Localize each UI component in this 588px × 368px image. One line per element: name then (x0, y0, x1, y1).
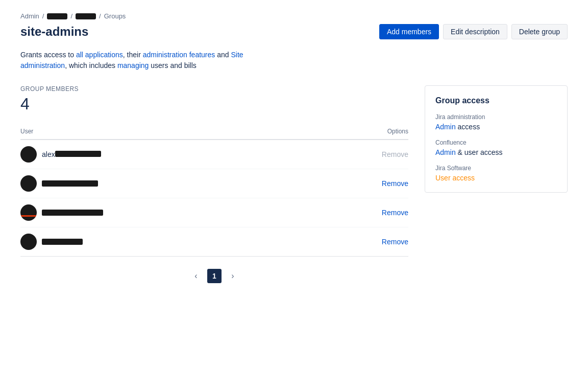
breadcrumb-blob-1 (47, 13, 67, 19)
member-count: 4 (20, 95, 408, 113)
user-name-2 (42, 180, 98, 187)
table-row: Remove (20, 198, 408, 227)
pagination-page-1-button[interactable]: 1 (207, 269, 222, 283)
page-container: Admin / / / Groups site-admins Add membe… (0, 0, 588, 295)
breadcrumb: Admin / / / Groups (20, 12, 568, 20)
access-admin-link[interactable]: Admin (435, 148, 456, 156)
access-app-name: Confluence (435, 139, 557, 146)
redacted-blob (55, 151, 101, 157)
user-cell-2 (20, 175, 314, 192)
avatar-1 (20, 146, 37, 163)
breadcrumb-sep-2: / (70, 12, 72, 20)
user-name-1: alex (42, 150, 101, 158)
access-level: Admin access (435, 123, 557, 131)
pagination-next-button[interactable]: › (226, 269, 240, 283)
breadcrumb-blob-2 (76, 13, 96, 19)
group-description: Grants access to all applications, their… (20, 50, 286, 71)
access-section-0: Jira administrationAdmin access (435, 113, 557, 131)
access-sections: Jira administrationAdmin accessConfluenc… (435, 113, 557, 182)
remove-link-1: Remove (382, 150, 408, 158)
access-admin-link[interactable]: Admin (435, 123, 456, 131)
left-panel: Group members 4 User Options alexRemoveR… (20, 85, 408, 283)
user-cell-3 (20, 204, 314, 221)
user-name-3 (42, 210, 103, 216)
header-actions: Add members Edit description Delete grou… (379, 24, 568, 39)
access-app-name: Jira Software (435, 165, 557, 172)
delete-group-button[interactable]: Delete group (511, 24, 568, 39)
access-app-name: Jira administration (435, 113, 557, 121)
user-name-4 (42, 239, 83, 245)
avatar-2 (20, 175, 37, 192)
access-level: Admin & user access (435, 148, 557, 156)
breadcrumb-groups-link[interactable]: Groups (104, 12, 126, 20)
breadcrumb-admin-link[interactable]: Admin (20, 12, 39, 20)
desc-admin-link[interactable]: administration features (143, 51, 215, 59)
edit-description-button[interactable]: Edit description (443, 24, 507, 39)
avatar-3 (20, 204, 37, 221)
user-cell-1: alex (20, 146, 314, 163)
page-header: site-admins Add members Edit description… (20, 24, 568, 39)
table-row: alexRemove (20, 140, 408, 169)
access-section-2: Jira SoftwareUser access (435, 165, 557, 182)
access-section-1: ConfluenceAdmin & user access (435, 139, 557, 156)
desc-applications-link[interactable]: all applications (76, 51, 123, 59)
access-level: User access (435, 174, 557, 182)
breadcrumb-sep-1: / (42, 12, 44, 20)
add-members-button[interactable]: Add members (379, 24, 439, 39)
user-column-header: User (20, 124, 314, 140)
pagination: ‹ 1 › (20, 269, 408, 283)
page-title: site-admins (20, 25, 88, 39)
remove-link-2[interactable]: Remove (382, 179, 408, 188)
breadcrumb-sep-3: / (99, 12, 101, 20)
avatar-4 (20, 234, 37, 250)
main-content: Group members 4 User Options alexRemoveR… (20, 85, 568, 283)
group-access-panel: Group access Jira administrationAdmin ac… (425, 85, 568, 193)
pagination-prev-button[interactable]: ‹ (189, 269, 203, 283)
options-column-header: Options (314, 124, 408, 140)
group-access-title: Group access (435, 96, 557, 105)
table-row: Remove (20, 169, 408, 198)
user-cell-4 (20, 234, 314, 250)
table-row: Remove (20, 227, 408, 257)
desc-managing-link[interactable]: managing (117, 61, 149, 70)
group-members-label: Group members (20, 85, 408, 93)
remove-link-4[interactable]: Remove (382, 238, 408, 246)
table-header-row: User Options (20, 124, 408, 140)
remove-link-3[interactable]: Remove (382, 209, 408, 217)
members-table: User Options alexRemoveRemoveRemoveRemov… (20, 124, 408, 257)
